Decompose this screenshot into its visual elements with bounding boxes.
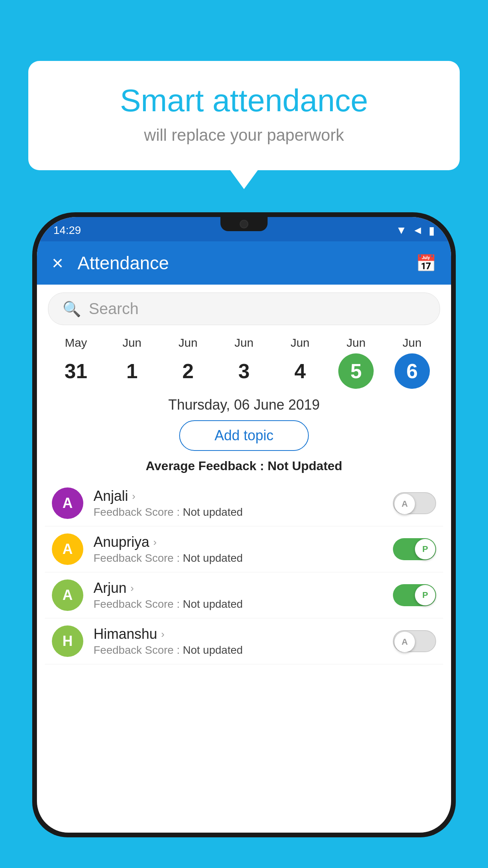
cal-day-num: 2 [170,353,205,389]
add-topic-button[interactable]: Add topic [179,420,309,451]
wifi-icon: ▼ [396,224,407,237]
phone-notch [220,217,268,231]
calendar-day-1[interactable]: Jun1 [104,336,160,389]
student-item-2[interactable]: AArjun ›Feedback Score : Not updatedP [45,572,443,618]
notch-camera [240,220,248,228]
app-bar: × Attendance 📅 [37,241,451,285]
cal-day-num: 31 [58,353,94,389]
toggle-knob-3: A [394,632,415,652]
student-list: AAnjali ›Feedback Score : Not updatedAAA… [37,480,451,664]
chevron-icon: › [130,582,134,594]
toggle-knob-0: A [394,494,415,514]
student-avatar-0: A [52,487,83,519]
attendance-toggle-3[interactable]: A [393,630,436,652]
student-item-3[interactable]: HHimanshu ›Feedback Score : Not updatedA [45,618,443,664]
toggle-wrap-2[interactable]: P [393,584,436,606]
status-icons: ▼ ◄ ▮ [396,224,435,237]
search-icon: 🔍 [62,300,81,318]
avg-feedback-value: Not Updated [268,459,342,473]
chevron-icon: › [161,628,165,640]
cal-month: Jun [178,336,197,349]
cal-month: Jun [235,336,253,349]
cal-month: Jun [290,336,309,349]
bubble-subtitle: will replace your paperwork [52,126,436,145]
calendar-icon[interactable]: 📅 [416,254,436,273]
cal-day-num: 6 [394,353,430,389]
student-avatar-3: H [52,625,83,657]
attendance-toggle-1[interactable]: P [393,538,436,560]
phone-screen: 14:29 ▼ ◄ ▮ × Attendance 📅 🔍 Search Ma [37,217,451,833]
cal-day-num: 5 [338,353,374,389]
calendar-strip: May31Jun1Jun2Jun3Jun4Jun5Jun6 [37,329,451,393]
status-time: 14:29 [53,224,81,237]
calendar-day-5[interactable]: Jun5 [328,336,384,389]
student-name-1: Anupriya › [94,534,393,550]
calendar-day-6[interactable]: Jun6 [384,336,440,389]
speech-bubble-container: Smart attendance will replace your paper… [28,61,460,170]
attendance-toggle-0[interactable]: A [393,492,436,514]
student-name-2: Arjun › [94,580,393,596]
battery-icon: ▮ [429,224,435,237]
student-avatar-1: A [52,533,83,565]
student-info-0: Anjali ›Feedback Score : Not updated [94,488,393,519]
bubble-title: Smart attendance [52,83,436,119]
toggle-wrap-0[interactable]: A [393,492,436,514]
close-button[interactable]: × [52,252,63,274]
toggle-knob-1: P [415,539,435,559]
attendance-toggle-2[interactable]: P [393,584,436,606]
student-item-0[interactable]: AAnjali ›Feedback Score : Not updatedA [45,480,443,526]
phone-frame: 14:29 ▼ ◄ ▮ × Attendance 📅 🔍 Search Ma [32,212,456,868]
feedback-score-2: Feedback Score : Not updated [94,598,393,611]
cal-month: Jun [123,336,141,349]
chevron-icon: › [153,536,157,548]
feedback-score-3: Feedback Score : Not updated [94,644,393,657]
average-feedback: Average Feedback : Not Updated [37,459,451,473]
student-avatar-2: A [52,579,83,611]
search-placeholder: Search [89,300,139,318]
selected-date: Thursday, 06 June 2019 [37,397,451,413]
cal-day-num: 4 [283,353,318,389]
speech-bubble: Smart attendance will replace your paper… [28,61,460,170]
search-bar[interactable]: 🔍 Search [48,292,440,325]
cal-month: May [65,336,87,349]
cal-day-num: 3 [226,353,262,389]
toggle-wrap-1[interactable]: P [393,538,436,560]
student-name-0: Anjali › [94,488,393,504]
student-info-1: Anupriya ›Feedback Score : Not updated [94,534,393,565]
toggle-knob-2: P [415,585,435,605]
toggle-wrap-3[interactable]: A [393,630,436,652]
phone-outer: 14:29 ▼ ◄ ▮ × Attendance 📅 🔍 Search Ma [32,212,456,837]
chevron-icon: › [132,490,136,502]
avg-feedback-label: Average Feedback : [146,459,264,473]
student-info-3: Himanshu ›Feedback Score : Not updated [94,626,393,657]
cal-day-num: 1 [114,353,150,389]
calendar-day-3[interactable]: Jun3 [216,336,272,389]
feedback-score-1: Feedback Score : Not updated [94,552,393,565]
signal-icon: ◄ [412,224,423,237]
student-name-3: Himanshu › [94,626,393,642]
calendar-day-4[interactable]: Jun4 [272,336,328,389]
cal-month: Jun [347,336,365,349]
feedback-score-0: Feedback Score : Not updated [94,506,393,519]
student-info-2: Arjun ›Feedback Score : Not updated [94,580,393,611]
calendar-day-2[interactable]: Jun2 [160,336,216,389]
cal-month: Jun [403,336,422,349]
calendar-day-0[interactable]: May31 [48,336,104,389]
student-item-1[interactable]: AAnupriya ›Feedback Score : Not updatedP [45,526,443,572]
app-title: Attendance [77,252,416,274]
